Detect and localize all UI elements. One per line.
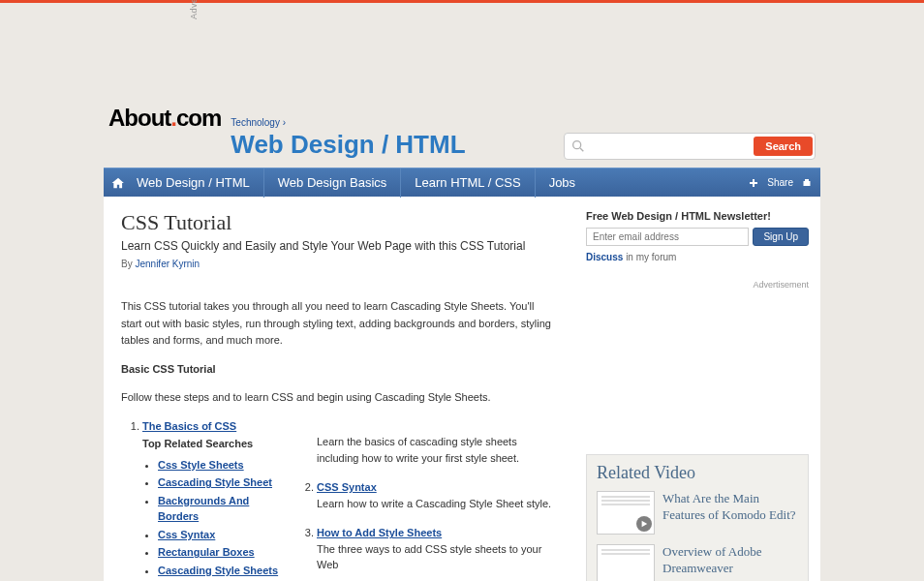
- video-title[interactable]: Overview of Adobe Dreamweaver: [662, 544, 798, 577]
- tutorial-link[interactable]: The Basics of CSS: [142, 420, 236, 432]
- video-thumbnail: [597, 491, 655, 535]
- byline: By Jennifer Kyrnin: [121, 259, 557, 269]
- nav-item-webdesign[interactable]: Web Design / HTML: [133, 168, 263, 198]
- discuss-row: Discuss in my forum: [586, 252, 809, 262]
- logo-text-1: About: [108, 105, 170, 131]
- page-subtitle: Learn CSS Quickly and Easily and Style Y…: [121, 239, 557, 253]
- video-item[interactable]: Overview of Adobe Dreamweaver: [597, 544, 798, 581]
- play-icon: [636, 516, 652, 532]
- tutorial-link[interactable]: How to Add Style Sheets: [317, 527, 442, 538]
- discuss-link[interactable]: Discuss: [586, 252, 623, 262]
- logo-section: About.com Technology › Web Design / HTML: [108, 105, 466, 160]
- right-ad-label: Advertisement: [586, 280, 809, 290]
- related-searches-heading: Top Related Searches: [142, 436, 293, 453]
- tutorial-item: CSS Syntax Learn how to write a Cascadin…: [317, 479, 557, 511]
- svg-rect-3: [750, 182, 757, 184]
- svg-rect-5: [805, 179, 809, 181]
- newsletter-title: Free Web Design / HTML Newsletter!: [586, 210, 809, 222]
- signup-button[interactable]: Sign Up: [753, 228, 809, 246]
- related-search-link[interactable]: Backgrounds And Borders: [158, 495, 249, 523]
- tutorial-desc: Learn how to write a Cascading Style She…: [317, 498, 551, 509]
- search-icon: [570, 138, 586, 154]
- main-nav: Web Design / HTML Web Design Basics Lear…: [104, 168, 820, 197]
- related-search-link[interactable]: Cascading Style Sheets: [158, 565, 278, 576]
- page-title: CSS Tutorial: [121, 210, 557, 235]
- byline-prefix: By: [121, 259, 135, 269]
- site-title[interactable]: Web Design / HTML: [231, 130, 465, 160]
- discuss-suffix: in my forum: [623, 252, 676, 262]
- search-box: Search: [564, 133, 816, 160]
- video-title[interactable]: What Are the Main Features of Komodo Edi…: [662, 491, 798, 524]
- tutorial-link[interactable]: CSS Syntax: [317, 481, 377, 493]
- related-search-link[interactable]: Cascading Style Sheet: [158, 476, 272, 488]
- section-heading: Basic CSS Tutorial: [121, 363, 216, 375]
- related-search-link[interactable]: Css Syntax: [158, 529, 215, 540]
- search-input[interactable]: [590, 136, 754, 157]
- video-thumbnail: [597, 544, 655, 581]
- breadcrumb[interactable]: Technology ›: [231, 117, 465, 128]
- print-icon[interactable]: [801, 177, 813, 189]
- intro-paragraph: This CSS tutorial takes you through all …: [121, 298, 557, 350]
- search-button[interactable]: Search: [754, 137, 813, 156]
- tutorial-item: How to Add Style Sheets The three ways t…: [317, 525, 557, 573]
- tutorial-desc: The three ways to add CSS style sheets t…: [317, 543, 541, 571]
- related-searches-box: Top Related Searches Css Style Sheets Ca…: [142, 436, 293, 580]
- advertisement-label: Advertisement: [189, 0, 199, 19]
- related-search-link[interactable]: Rectangular Boxes: [158, 546, 255, 558]
- logo-text-2: com: [176, 105, 221, 131]
- svg-rect-4: [804, 181, 811, 186]
- follow-text: Follow these steps and to learn CSS and …: [121, 389, 557, 407]
- svg-point-0: [573, 141, 581, 149]
- author-link[interactable]: Jennifer Kyrnin: [135, 259, 200, 269]
- nav-item-learn[interactable]: Learn HTML / CSS: [400, 168, 534, 198]
- home-icon[interactable]: [111, 176, 125, 190]
- svg-line-1: [580, 148, 583, 151]
- tutorial-list: Top Related Searches Css Style Sheets Ca…: [142, 418, 557, 581]
- related-video-heading: Related Video: [597, 463, 798, 483]
- related-search-link[interactable]: Css Style Sheets: [158, 459, 244, 471]
- site-logo[interactable]: About.com: [108, 105, 221, 131]
- video-item[interactable]: What Are the Main Features of Komodo Edi…: [597, 491, 798, 535]
- nav-item-jobs[interactable]: Jobs: [535, 168, 589, 198]
- tutorial-desc: Learn the basics of cascading style shee…: [317, 434, 557, 466]
- email-field[interactable]: [586, 228, 749, 246]
- related-video-box: Related Video What Are the Main Features…: [586, 454, 809, 581]
- nav-item-basics[interactable]: Web Design Basics: [263, 168, 400, 198]
- share-plus-icon[interactable]: [748, 177, 759, 189]
- share-label[interactable]: Share: [767, 177, 793, 188]
